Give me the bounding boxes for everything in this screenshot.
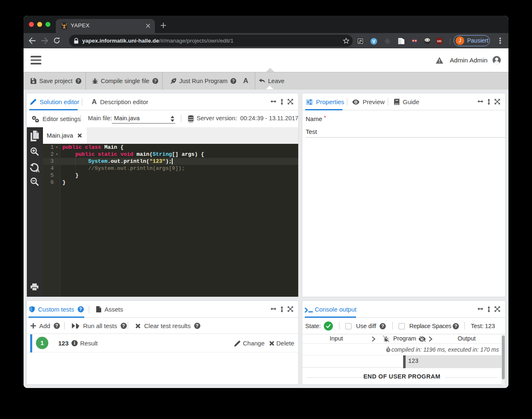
svg-text:JB: JB <box>359 39 362 42</box>
svg-text:UO: UO <box>437 40 442 43</box>
svg-text:A: A <box>36 168 40 173</box>
